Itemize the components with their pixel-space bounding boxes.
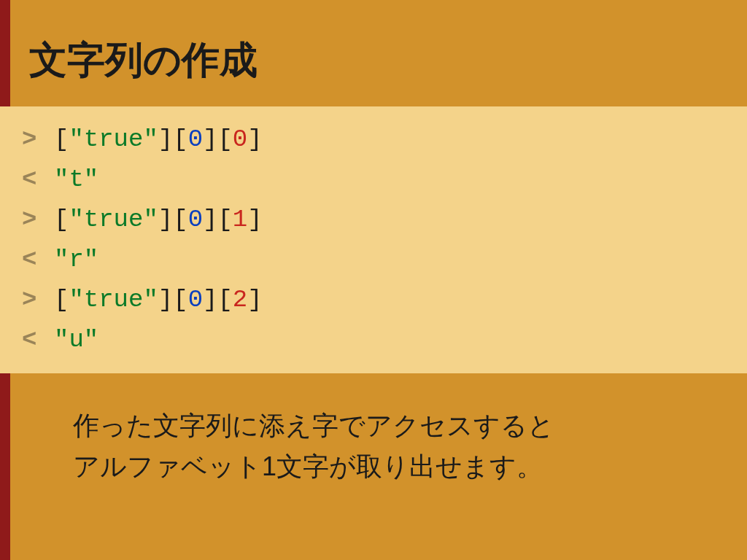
code-content: "u" <box>54 320 98 360</box>
code-line: >["true"][0][2] <box>22 280 725 320</box>
prompt-in-icon: > <box>22 200 54 240</box>
caption-line-1: 作った文字列に添え字でアクセスすると <box>73 405 747 446</box>
code-block: >["true"][0][0]<"t">["true"][0][1]<"r">[… <box>0 106 747 373</box>
code-content: "r" <box>54 240 98 280</box>
code-content: ["true"][0][0] <box>54 120 263 160</box>
prompt-in-icon: > <box>22 120 54 160</box>
caption: 作った文字列に添え字でアクセスすると アルファベット1文字が取り出せます。 <box>29 405 747 487</box>
prompt-out-icon: < <box>22 240 54 280</box>
code-content: ["true"][0][2] <box>54 280 263 320</box>
caption-line-2: アルファベット1文字が取り出せます。 <box>73 446 747 487</box>
code-line: <"r" <box>22 240 725 280</box>
slide: 文字列の作成 >["true"][0][0]<"t">["true"][0][1… <box>0 0 747 560</box>
prompt-in-icon: > <box>22 280 54 320</box>
prompt-out-icon: < <box>22 160 54 200</box>
code-line: <"t" <box>22 160 725 200</box>
page-title: 文字列の作成 <box>29 35 747 86</box>
code-line: >["true"][0][0] <box>22 120 725 160</box>
code-line: <"u" <box>22 320 725 360</box>
code-content: ["true"][0][1] <box>54 200 263 240</box>
code-line: >["true"][0][1] <box>22 200 725 240</box>
prompt-out-icon: < <box>22 320 54 360</box>
code-content: "t" <box>54 160 98 200</box>
